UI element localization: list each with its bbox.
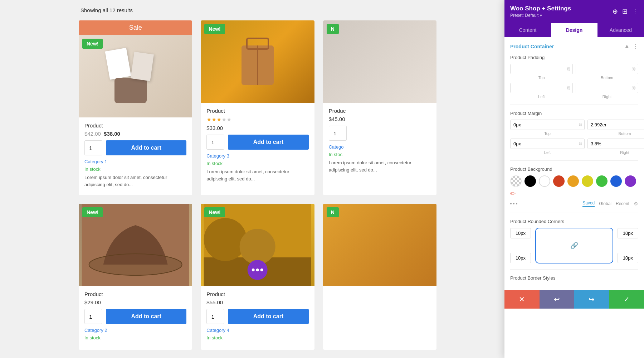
redo-button[interactable]: ↪: [574, 290, 609, 309]
margin-left-input[interactable]: [511, 139, 576, 149]
padding-bottom-field: ⛓ Bottom: [576, 64, 638, 80]
product-image-4: New!: [79, 204, 192, 286]
product-card-2: New! Product ★★★★★ $33.00 Add to cart Ca…: [201, 20, 314, 195]
product-category-4[interactable]: Category 2: [79, 324, 192, 334]
settings-panel: Woo Shop + Settings Preset: Default ▾ ⊕ …: [504, 0, 644, 358]
color-swatch-red[interactable]: [553, 175, 565, 187]
product-category-1[interactable]: Category 1: [79, 155, 192, 166]
add-to-cart-button-2[interactable]: Add to cart: [228, 135, 308, 150]
layout-icon[interactable]: ⊞: [622, 8, 628, 15]
link-icon-top[interactable]: ⛓: [565, 67, 572, 71]
product-info-1: Product $42.00 $38.00: [79, 117, 192, 137]
link-corners-icon[interactable]: 🔗: [570, 242, 578, 250]
save-button[interactable]: ✓: [609, 290, 644, 309]
bag-svg: [236, 35, 279, 88]
color-swatch-purple[interactable]: [625, 175, 636, 187]
quantity-input-3[interactable]: [329, 126, 347, 141]
product-title-3: Produc: [329, 108, 431, 114]
product-desc-1: Lorem ipsum dolor sit amet, consectetur …: [79, 174, 192, 188]
product-category-5[interactable]: Category 4: [201, 324, 314, 334]
color-tab-saved[interactable]: Saved: [582, 200, 595, 207]
color-swatch-green[interactable]: [596, 175, 608, 187]
product-stars-2: ★★★★★: [206, 116, 308, 123]
padding-bottom-input[interactable]: [576, 64, 630, 74]
margin-left-label: Left: [544, 150, 551, 155]
add-to-cart-button-5[interactable]: Add to cart: [228, 309, 308, 324]
color-swatch-orange[interactable]: [567, 175, 579, 187]
margin-bottom-input[interactable]: [588, 120, 644, 130]
panel-body: Product Container ▲ ⋮ Product Padding ⛓ …: [504, 37, 644, 290]
color-swatch-checker[interactable]: [510, 175, 522, 187]
link-icon-margin-left[interactable]: ⛓: [576, 142, 584, 146]
product-category-3[interactable]: Catego: [323, 141, 436, 151]
corner-top-left-input[interactable]: [510, 228, 531, 238]
padding-left-input[interactable]: [511, 83, 565, 93]
padding-right-input-row: ⛓: [576, 83, 638, 93]
svg-point-9: [240, 229, 275, 265]
price-sale-1: $38.00: [104, 131, 120, 137]
cancel-button[interactable]: ✕: [504, 290, 540, 309]
color-settings-icon[interactable]: ⚙: [634, 201, 638, 207]
color-pen-icon[interactable]: ✏: [510, 190, 516, 198]
color-tabs-row: Saved Global Recent ⚙: [510, 200, 638, 207]
color-swatch-blue[interactable]: [610, 175, 622, 187]
undo-button[interactable]: ↩: [540, 290, 575, 309]
separator-4: [510, 269, 638, 270]
tab-design[interactable]: Design: [551, 23, 597, 37]
cart-row-4: Add to cart: [79, 309, 192, 324]
corner-bottom-left-input[interactable]: [510, 253, 531, 263]
product-card-6: N: [323, 204, 436, 350]
results-text: Showing all 12 results: [80, 7, 133, 13]
more-colors-button[interactable]: [510, 203, 517, 204]
add-to-cart-button-4[interactable]: Add to cart: [106, 309, 186, 324]
collapse-icon[interactable]: ▲: [624, 43, 630, 50]
margin-top-input[interactable]: [511, 120, 576, 130]
separator-2: [510, 160, 638, 161]
link-icon-left[interactable]: ⛓: [565, 86, 572, 90]
link-icon-bottom[interactable]: ⛓: [630, 67, 638, 71]
link-icon-margin-top[interactable]: ⛓: [576, 123, 584, 127]
cart-row-1: Add to cart: [79, 140, 192, 155]
more-section-icon[interactable]: ⋮: [633, 43, 638, 50]
padding-right-field: ⛓ Right: [576, 83, 638, 99]
product-price-4: $29.00: [84, 299, 186, 305]
panel-subtitle: Preset: Default ▾: [510, 13, 571, 18]
tab-advanced[interactable]: Advanced: [597, 23, 644, 37]
link-icon-right[interactable]: ⛓: [630, 86, 638, 90]
quantity-input-4[interactable]: [84, 309, 102, 324]
margin-label: Product Margin: [510, 111, 638, 116]
padding-top-input-row: ⛓: [510, 64, 573, 74]
product-category-2[interactable]: Category 3: [201, 150, 314, 160]
margin-left-field: ⛓ Left: [510, 139, 585, 155]
color-swatch-black[interactable]: [525, 175, 536, 187]
product-image-1: New!: [79, 35, 192, 117]
margin-top-label: Top: [544, 131, 551, 136]
svg-point-12: [256, 268, 259, 271]
add-to-cart-button-1[interactable]: Add to cart: [106, 140, 186, 155]
section-actions: ▲ ⋮: [624, 43, 638, 50]
page-wrapper: Showing all 12 results Sale New! Product: [0, 0, 644, 358]
color-swatch-white[interactable]: [539, 175, 550, 187]
target-icon[interactable]: ⊕: [613, 8, 618, 15]
margin-right-input[interactable]: [588, 139, 644, 149]
padding-right-input[interactable]: [576, 83, 630, 93]
padding-top-label: Top: [538, 76, 545, 80]
quantity-input-5[interactable]: [206, 309, 224, 324]
margin-top-input-row: ⛓: [510, 120, 585, 130]
svg-point-11: [252, 268, 255, 271]
color-tab-recent[interactable]: Recent: [616, 201, 629, 206]
corners-center-box: 🔗: [535, 228, 613, 263]
cart-row-2: Add to cart: [201, 135, 314, 150]
corner-bottom-right-input[interactable]: [618, 253, 638, 263]
padding-top-input[interactable]: [511, 64, 565, 74]
corner-top-right-input[interactable]: [618, 228, 638, 238]
product-stock-3: In stoc: [323, 151, 436, 159]
quantity-input-1[interactable]: [84, 140, 102, 155]
color-tab-global[interactable]: Global: [599, 201, 611, 206]
quantity-input-2[interactable]: [206, 135, 224, 150]
color-swatch-yellow[interactable]: [582, 175, 593, 187]
tab-content[interactable]: Content: [504, 23, 551, 37]
more-options-icon[interactable]: ⋮: [632, 8, 638, 15]
product-info-3: Produc $45.00: [323, 103, 436, 122]
padding-label: Product Padding: [510, 55, 638, 60]
